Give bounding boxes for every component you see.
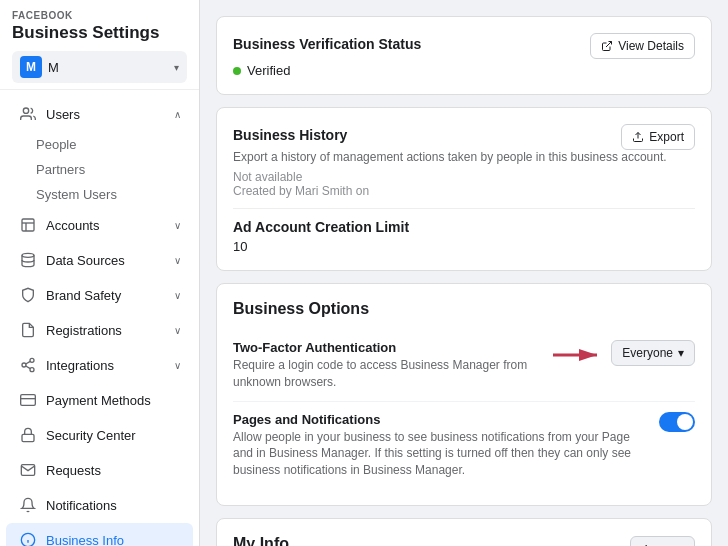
sidebar-item-system-users[interactable]: System Users [36, 182, 199, 207]
history-created-by: Created by Mari Smith on [233, 184, 695, 198]
pages-notifications-label: Pages and Notifications [233, 412, 647, 427]
verification-card: Business Verification Status View Detail… [216, 16, 712, 95]
history-card: Business History Export Export a history… [216, 107, 712, 271]
svg-line-25 [606, 42, 612, 48]
history-not-available: Not available [233, 170, 695, 184]
account-selector[interactable]: M M ▾ [12, 51, 187, 83]
users-icon [18, 104, 38, 124]
account-avatar: M [20, 56, 42, 78]
brand-safety-label: Brand Safety [46, 288, 174, 303]
two-factor-desc: Require a login code to access Business … [233, 357, 539, 391]
brand-safety-icon [18, 285, 38, 305]
requests-icon [18, 460, 38, 480]
users-sub-nav: People Partners System Users [0, 132, 199, 207]
svg-point-4 [22, 363, 26, 367]
sidebar-nav: Users ∧ People Partners System Users Acc… [0, 90, 199, 546]
view-details-button[interactable]: View Details [590, 33, 695, 59]
ad-account-value: 10 [233, 239, 695, 254]
pages-notifications-toggle[interactable] [659, 412, 695, 432]
sidebar-item-partners[interactable]: Partners [36, 157, 199, 182]
pages-notifications-desc: Allow people in your business to see bus… [233, 429, 647, 479]
verification-header: Business Verification Status View Detail… [233, 33, 695, 59]
biz-settings-title: Business Settings [12, 23, 187, 43]
svg-point-11 [21, 533, 34, 546]
svg-line-6 [26, 366, 31, 369]
history-title: Business History [233, 127, 347, 143]
arrow-right-icon [551, 340, 611, 370]
accounts-arrow: ∨ [174, 220, 181, 231]
main-content: Business Verification Status View Detail… [200, 0, 728, 546]
my-info-card: My Info Leave Name Mari Smith Edit Email [216, 518, 712, 546]
business-info-label: Business Info [46, 533, 181, 547]
sidebar-header: FACEBOOK Business Settings M M ▾ [0, 0, 199, 90]
payment-methods-label: Payment Methods [46, 393, 181, 408]
sidebar-item-people[interactable]: People [36, 132, 199, 157]
svg-point-3 [30, 358, 34, 362]
requests-label: Requests [46, 463, 181, 478]
sidebar-item-users[interactable]: Users ∧ [6, 97, 193, 131]
registrations-icon [18, 320, 38, 340]
integrations-arrow: ∨ [174, 360, 181, 371]
leave-button[interactable]: Leave [630, 536, 695, 546]
business-options-title: Business Options [233, 300, 695, 318]
export-button[interactable]: Export [621, 124, 695, 150]
data-sources-label: Data Sources [46, 253, 174, 268]
users-label: Users [46, 107, 174, 122]
my-info-title: My Info [233, 535, 289, 546]
notifications-icon [18, 495, 38, 515]
my-info-header: My Info Leave [233, 535, 695, 546]
sidebar-item-registrations[interactable]: Registrations ∨ [6, 313, 193, 347]
two-factor-label: Two-Factor Authentication [233, 340, 539, 355]
verified-status: Verified [247, 63, 290, 78]
registrations-label: Registrations [46, 323, 174, 338]
svg-point-2 [22, 253, 34, 257]
payment-methods-icon [18, 390, 38, 410]
sidebar-item-requests[interactable]: Requests [6, 453, 193, 487]
account-name: M [48, 60, 174, 75]
data-sources-arrow: ∨ [174, 255, 181, 266]
ad-account-title: Ad Account Creation Limit [233, 219, 695, 235]
svg-point-5 [30, 368, 34, 372]
accounts-icon [18, 215, 38, 235]
toggle-knob [677, 414, 693, 430]
verified-row: Verified [233, 63, 695, 78]
history-desc: Export a history of management actions t… [233, 150, 695, 164]
svg-rect-1 [22, 219, 34, 231]
svg-rect-10 [22, 434, 34, 441]
integrations-icon [18, 355, 38, 375]
two-factor-info: Two-Factor Authentication Require a logi… [233, 340, 551, 391]
verified-dot [233, 67, 241, 75]
pages-notifications-info: Pages and Notifications Allow people in … [233, 412, 659, 479]
two-factor-dropdown[interactable]: Everyone ▾ [611, 340, 695, 366]
security-center-icon [18, 425, 38, 445]
chevron-down-icon: ▾ [174, 62, 179, 73]
sidebar-item-payment-methods[interactable]: Payment Methods [6, 383, 193, 417]
brand-safety-arrow: ∨ [174, 290, 181, 301]
pages-notifications-row: Pages and Notifications Allow people in … [233, 402, 695, 489]
svg-line-7 [26, 361, 31, 364]
verification-title: Business Verification Status [233, 36, 421, 52]
sidebar-item-security-center[interactable]: Security Center [6, 418, 193, 452]
users-arrow: ∧ [174, 109, 181, 120]
integrations-label: Integrations [46, 358, 174, 373]
sidebar-item-notifications[interactable]: Notifications [6, 488, 193, 522]
fb-label: FACEBOOK [12, 10, 187, 21]
svg-rect-8 [21, 395, 36, 406]
history-header: Business History Export [233, 124, 695, 150]
sidebar-item-brand-safety[interactable]: Brand Safety ∨ [6, 278, 193, 312]
accounts-label: Accounts [46, 218, 174, 233]
sidebar-item-accounts[interactable]: Accounts ∨ [6, 208, 193, 242]
business-info-icon [18, 530, 38, 546]
security-center-label: Security Center [46, 428, 181, 443]
data-sources-icon [18, 250, 38, 270]
sidebar-item-business-info[interactable]: Business Info [6, 523, 193, 546]
business-options-card: Business Options Two-Factor Authenticati… [216, 283, 712, 506]
dropdown-chevron-icon: ▾ [678, 346, 684, 360]
sidebar-item-data-sources[interactable]: Data Sources ∨ [6, 243, 193, 277]
svg-point-0 [23, 108, 28, 113]
registrations-arrow: ∨ [174, 325, 181, 336]
sidebar: FACEBOOK Business Settings M M ▾ Users ∧… [0, 0, 200, 546]
sidebar-item-integrations[interactable]: Integrations ∨ [6, 348, 193, 382]
two-factor-row: Two-Factor Authentication Require a logi… [233, 330, 695, 402]
notifications-label: Notifications [46, 498, 181, 513]
